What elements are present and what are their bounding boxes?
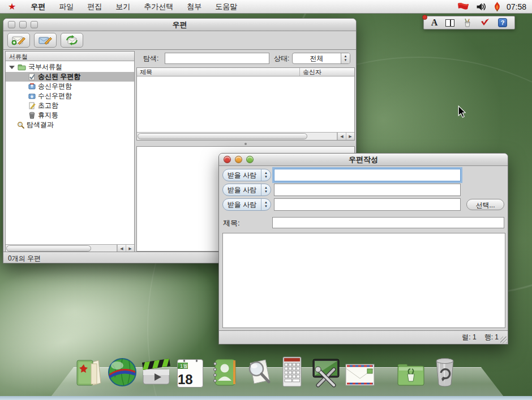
recipient-type-value: 받을 사람 bbox=[223, 171, 261, 180]
stepper-icon[interactable]: ▲▼ bbox=[341, 53, 350, 63]
flag-icon[interactable] bbox=[457, 2, 469, 11]
tree-item-inbox[interactable]: 수신우편함 bbox=[6, 91, 134, 101]
recipient-type-dropdown[interactable]: 받을 사람 ▲▼ bbox=[222, 184, 271, 196]
resize-grip[interactable] bbox=[500, 337, 507, 343]
dock-item-documents[interactable] bbox=[72, 354, 104, 388]
tree-item-search-results[interactable]: 탐색결과 bbox=[6, 120, 134, 130]
state-dropdown[interactable]: 전체 ▲▼ bbox=[292, 53, 350, 64]
green-folder-icon bbox=[396, 360, 426, 388]
menu-edit[interactable]: 편집 bbox=[80, 0, 109, 13]
folder-icon bbox=[18, 63, 26, 71]
sidebar-header[interactable]: 서류철 bbox=[6, 52, 134, 61]
compose-titlebar[interactable]: 우편작성 bbox=[219, 154, 508, 166]
globe-icon bbox=[107, 357, 138, 388]
recipient-row-1: 받을 사람 ▲▼ bbox=[222, 169, 271, 181]
search-input[interactable] bbox=[165, 53, 269, 64]
menu-help[interactable]: 도움말 bbox=[208, 0, 244, 13]
column-subject[interactable]: 제목 bbox=[137, 68, 300, 76]
tree-item-trash[interactable]: 휴지통 bbox=[6, 110, 134, 120]
window-buttons bbox=[8, 21, 38, 28]
tree-item-label: 탐색결과 bbox=[27, 120, 54, 130]
compose-mail-button[interactable] bbox=[7, 33, 30, 48]
scrollbar-thumb[interactable] bbox=[138, 133, 307, 139]
recipient-row-3: 받을 사람 ▲▼ bbox=[222, 198, 271, 211]
splitter-handle[interactable] bbox=[244, 143, 247, 145]
tree-item-sent[interactable]: 송신된 우편함 bbox=[6, 72, 134, 82]
tree-root-local-folders[interactable]: 국부서류철 bbox=[6, 62, 134, 72]
menu-view[interactable]: 보기 bbox=[109, 0, 137, 13]
new-mail-icon bbox=[11, 35, 26, 45]
scroll-right-arrow[interactable]: ▶ bbox=[346, 133, 354, 140]
recipient-type-dropdown[interactable]: 받을 사람 ▲▼ bbox=[222, 198, 271, 211]
help-icon[interactable]: ? bbox=[498, 18, 507, 27]
volume-icon[interactable] bbox=[476, 2, 487, 11]
disclosure-triangle-icon[interactable] bbox=[9, 66, 15, 69]
reply-mail-button[interactable] bbox=[34, 33, 57, 48]
recipient-type-value: 받을 사람 bbox=[223, 185, 261, 195]
palette-close-button[interactable] bbox=[422, 15, 427, 20]
dock-item-trash[interactable] bbox=[429, 354, 461, 388]
message-body-input[interactable] bbox=[222, 233, 505, 328]
dock-item-calendar[interactable]: 1월 18 bbox=[174, 354, 206, 388]
tree-item-outbox[interactable]: 송신우편함 bbox=[6, 82, 134, 91]
dock-item-calculator[interactable] bbox=[276, 354, 308, 388]
pen-cup-icon[interactable] bbox=[462, 18, 473, 28]
flame-icon[interactable] bbox=[494, 2, 501, 11]
column-position: 렬: 1 bbox=[462, 333, 476, 342]
minimize-button[interactable] bbox=[19, 21, 27, 28]
search-label: 탐색: bbox=[143, 54, 158, 63]
state-dropdown-value: 전체 bbox=[293, 54, 341, 63]
stepper-icon[interactable]: ▲▼ bbox=[261, 184, 271, 195]
folder-tree: 국부서류철 송신된 우편함 송신우편함 bbox=[6, 61, 134, 130]
text-tool-button[interactable]: A bbox=[431, 18, 438, 28]
sidebar-horizontal-scrollbar[interactable]: ◀ ▶ bbox=[6, 244, 134, 252]
message-list-body[interactable] bbox=[137, 76, 354, 124]
envelope-icon bbox=[344, 361, 376, 388]
dock-item-search[interactable] bbox=[242, 354, 274, 388]
list-horizontal-scrollbar[interactable]: ◀ ▶ bbox=[137, 132, 354, 140]
scrollbar-thumb[interactable] bbox=[6, 245, 91, 252]
close-button[interactable] bbox=[224, 156, 231, 163]
zoom-button[interactable] bbox=[31, 21, 38, 28]
stepper-icon[interactable]: ▲▼ bbox=[261, 199, 271, 210]
minimize-button[interactable] bbox=[235, 156, 242, 163]
dock-item-file-manager[interactable] bbox=[395, 354, 427, 388]
scroll-left-arrow[interactable]: ◀ bbox=[337, 133, 346, 140]
refresh-mail-icon bbox=[65, 35, 79, 46]
subject-input[interactable] bbox=[272, 217, 504, 228]
dock-item-mail[interactable] bbox=[344, 354, 376, 388]
recipient-input-3[interactable] bbox=[274, 198, 461, 211]
calendar-day: 18 bbox=[178, 372, 193, 387]
recipient-input-2[interactable] bbox=[274, 184, 461, 196]
compose-window-title: 우편작성 bbox=[219, 155, 508, 165]
recipient-input-1[interactable] bbox=[274, 169, 461, 181]
menu-mail[interactable]: 우편 bbox=[24, 0, 52, 13]
menu-file[interactable]: 파일 bbox=[52, 0, 80, 13]
scrollbar-arrows: ◀ ▶ bbox=[337, 133, 354, 140]
columns-tool-icon[interactable] bbox=[445, 19, 454, 27]
zoom-button[interactable] bbox=[246, 156, 254, 163]
trash-icon bbox=[432, 356, 458, 388]
compose-status-bar: 렬: 1 행: 1 bbox=[219, 330, 508, 344]
dock-item-browser[interactable] bbox=[106, 354, 138, 388]
red-star-icon[interactable]: ★ bbox=[8, 2, 16, 11]
mail-titlebar[interactable]: 우편 bbox=[3, 19, 356, 31]
menu-attach[interactable]: 첨부 bbox=[180, 0, 208, 13]
stepper-icon[interactable]: ▲▼ bbox=[261, 169, 271, 181]
calendar-month: 1월 bbox=[178, 363, 188, 369]
dock-item-media-player[interactable] bbox=[140, 354, 172, 388]
recipient-type-dropdown[interactable]: 받을 사람 ▲▼ bbox=[222, 169, 271, 181]
column-sender[interactable]: 송신자 bbox=[300, 68, 354, 76]
dock-item-system-settings[interactable] bbox=[310, 354, 342, 388]
dock-item-address-book[interactable] bbox=[208, 354, 240, 388]
status-tray bbox=[457, 2, 501, 11]
tree-item-drafts[interactable]: 초고함 bbox=[6, 101, 134, 110]
pane-splitter[interactable] bbox=[136, 142, 355, 146]
menu-options[interactable]: 추가선택 bbox=[137, 0, 180, 13]
mouse-cursor bbox=[457, 105, 466, 118]
red-check-icon[interactable] bbox=[480, 18, 490, 27]
select-recipient-button[interactable]: 선택... bbox=[466, 199, 504, 210]
close-button[interactable] bbox=[8, 21, 15, 28]
fetch-mail-button[interactable] bbox=[61, 33, 83, 48]
inbox-icon bbox=[28, 92, 36, 100]
